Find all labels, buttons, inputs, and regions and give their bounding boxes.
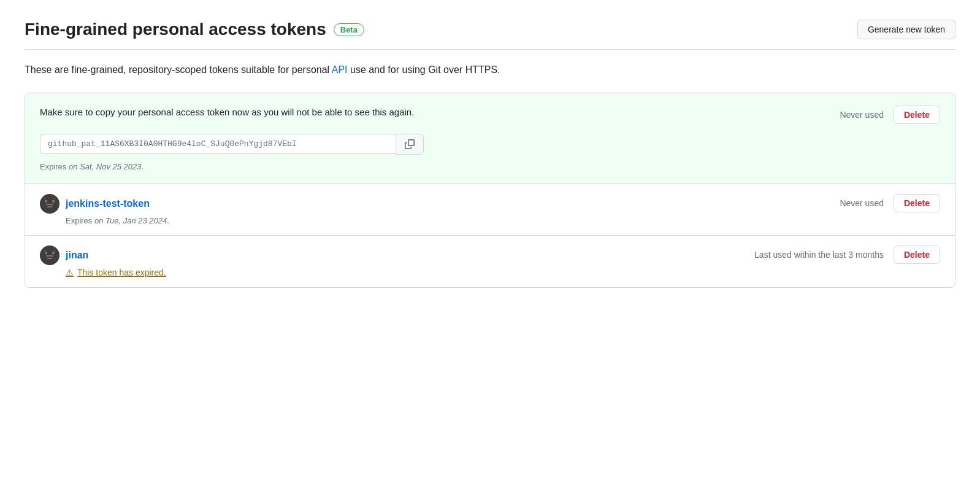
beta-badge: Beta [334, 23, 364, 36]
token-row: jinan ⚠ This token has expired. Last use… [25, 236, 955, 287]
expires-prefix: Expires [40, 162, 69, 171]
header-divider [25, 49, 955, 50]
token-name-row-1: jinan [40, 246, 166, 265]
page-header: Fine-grained personal access tokens Beta… [25, 20, 955, 39]
svg-rect-8 [45, 252, 47, 254]
expires-suffix: . [142, 162, 144, 171]
expired-token-link-1[interactable]: ⚠ This token has expired. [66, 268, 166, 277]
avatar-icon [40, 246, 59, 265]
token-delete-button-1[interactable]: Delete [894, 246, 940, 264]
svg-rect-9 [52, 252, 55, 254]
token-row-left-0: jenkins-test-token Expires on Tue, Jan 2… [40, 194, 169, 225]
svg-rect-3 [46, 204, 53, 205]
avatar-icon [40, 194, 59, 214]
new-token-actions: Never used Delete [840, 106, 940, 124]
page-description: These are fine-grained, repository-scope… [25, 62, 955, 78]
expires-date: on Sat, Nov 25 2023 [69, 162, 142, 171]
token-avatar-1 [40, 246, 59, 265]
svg-rect-10 [46, 255, 53, 257]
page-title: Fine-grained personal access tokens [25, 20, 326, 39]
token-input-row [40, 134, 469, 155]
token-list: jenkins-test-token Expires on Tue, Jan 2… [25, 184, 955, 287]
svg-rect-13 [53, 249, 56, 252]
new-token-row: Make sure to copy your personal access t… [25, 93, 955, 184]
token-row: jenkins-test-token Expires on Tue, Jan 2… [25, 184, 955, 236]
new-token-header: Make sure to copy your personal access t… [40, 106, 940, 124]
token-name-link-1[interactable]: jinan [66, 250, 88, 261]
token-row-right-1: Last used within the last 3 months Delet… [754, 246, 940, 264]
warning-icon: ⚠ [66, 268, 74, 277]
svg-rect-6 [53, 198, 56, 200]
svg-rect-12 [44, 249, 46, 252]
svg-rect-1 [45, 200, 47, 203]
new-token-message: Make sure to copy your personal access t… [40, 106, 414, 120]
svg-rect-2 [52, 200, 55, 203]
new-token-expires: Expires on Sat, Nov 25 2023. [40, 162, 940, 171]
svg-rect-11 [47, 258, 52, 259]
copy-icon [405, 139, 415, 149]
generate-new-token-button[interactable]: Generate new token [857, 20, 955, 39]
new-token-delete-button[interactable]: Delete [894, 106, 940, 124]
token-status-0: Never used [840, 198, 884, 208]
token-value-input[interactable] [40, 134, 396, 154]
token-name-row-0: jenkins-test-token [40, 194, 169, 214]
token-status-1: Last used within the last 3 months [754, 250, 884, 260]
token-avatar-0 [40, 194, 59, 214]
token-expires-0: Expires on Tue, Jan 23 2024. [66, 216, 169, 225]
title-area: Fine-grained personal access tokens Beta [25, 20, 364, 39]
token-delete-button-0[interactable]: Delete [894, 194, 940, 212]
description-prefix: These are fine-grained, repository-scope… [25, 64, 332, 75]
token-name-link-0[interactable]: jenkins-test-token [66, 198, 150, 209]
new-token-status: Never used [840, 110, 884, 120]
token-row-left-1: jinan ⚠ This token has expired. [40, 246, 166, 277]
tokens-container: Make sure to copy your personal access t… [25, 93, 955, 288]
description-suffix: use and for using Git over HTTPS. [348, 64, 500, 75]
token-row-right-0: Never used Delete [840, 194, 940, 212]
api-link[interactable]: API [332, 64, 348, 75]
svg-rect-5 [44, 198, 46, 200]
copy-token-button[interactable] [396, 134, 424, 155]
svg-rect-4 [47, 206, 52, 207]
